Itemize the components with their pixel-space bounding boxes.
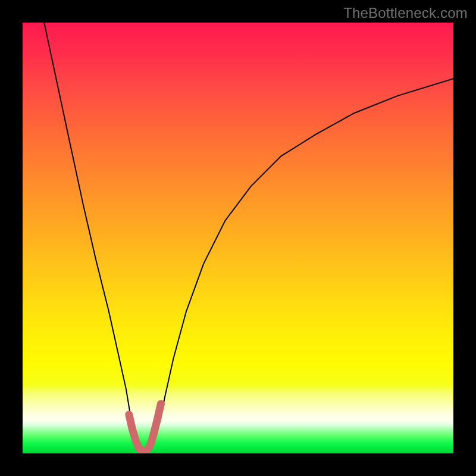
chart-svg	[23, 23, 453, 453]
chart-plot-area	[23, 23, 453, 453]
chart-frame: TheBottleneck.com	[0, 0, 476, 476]
bottleneck-curve	[44, 23, 453, 450]
highlight-minimum	[129, 404, 161, 451]
watermark-text: TheBottleneck.com	[343, 5, 468, 21]
